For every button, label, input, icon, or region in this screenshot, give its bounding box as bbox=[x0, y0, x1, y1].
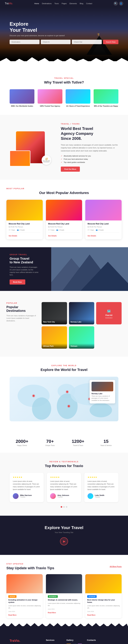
why-label-2: 12+ Hours of Travel Experience bbox=[66, 105, 90, 107]
svg-point-9 bbox=[32, 394, 35, 398]
dest-overlay-0: New York City bbox=[42, 319, 67, 324]
group-book-button[interactable]: Book Now bbox=[10, 280, 25, 284]
about-badge: 🧭 Find Your Best Destinations bbox=[42, 155, 51, 165]
search-icon[interactable]: 🔍 bbox=[114, 2, 118, 6]
review-card-1: ★★★★★ Lorem ipsum dolor sit amet, consec… bbox=[47, 473, 81, 502]
adventure-body-0: Moscow Red City Land $179.00 Per Person … bbox=[7, 220, 43, 239]
compass-icon: 🧭 bbox=[45, 158, 48, 160]
reviews-subtitle: REVIEW & TESTIMONIALS bbox=[10, 461, 118, 462]
reviewer-role-1: Traveler bbox=[57, 496, 69, 498]
destinations-desc: There are many variations of passages of… bbox=[7, 314, 38, 322]
blog-subtitle: STAY UPDATED bbox=[7, 563, 54, 565]
adventure-card-2: Moscow Red City Land $179.00 Per Person … bbox=[85, 200, 121, 239]
about-cta-button[interactable]: Find Out More bbox=[61, 166, 80, 172]
dest-overlay-1: Norway Lake bbox=[69, 319, 94, 324]
checkin-input[interactable] bbox=[41, 40, 71, 44]
dest-card-2[interactable]: African Park bbox=[42, 326, 67, 348]
map-subtitle: EXPLORE THE WORLD bbox=[7, 364, 121, 366]
dest-card-1[interactable]: Norway Lake bbox=[69, 302, 94, 324]
pagination-dot-1[interactable] bbox=[63, 506, 65, 508]
map-info-card: Norway Lake There are many variations of… bbox=[90, 380, 115, 404]
adventure-title-0: Moscow Red City Land bbox=[9, 223, 40, 225]
play-button[interactable]: ▶ bbox=[60, 537, 68, 545]
destination-input[interactable] bbox=[10, 40, 39, 44]
search-button[interactable]: Search Now bbox=[103, 40, 118, 44]
dest-name-3: Vietnam bbox=[71, 345, 93, 347]
find-all-label: Find All bbox=[105, 314, 112, 316]
adventure-title-1: Moscow Red City Land bbox=[48, 223, 80, 225]
group-icon-1: 👥 2 People bbox=[56, 229, 64, 231]
about-desc: There are many variations of passages of… bbox=[61, 144, 118, 152]
nav-link-blog[interactable]: Blog bbox=[80, 2, 83, 4]
adventure-link-2[interactable]: See Details bbox=[88, 235, 96, 237]
checkout-input[interactable] bbox=[72, 40, 102, 44]
map-location-desc: There are many variations of passages of… bbox=[92, 395, 113, 402]
pagination-dot-2[interactable] bbox=[66, 506, 67, 508]
blog-badge-0: DESIGN bbox=[8, 595, 17, 598]
why-section: TRAVEL SPECIAL Why Travel with Tutive? 3… bbox=[0, 69, 128, 115]
reviews-section: REVIEW & TESTIMONIALS Top Reviews for Tr… bbox=[0, 453, 128, 516]
blog-title-group: STAY UPDATED Stay Update with Travio Tip… bbox=[7, 563, 54, 570]
blog-link-2[interactable]: Read More bbox=[85, 614, 121, 618]
about-overlay-img bbox=[10, 150, 30, 166]
group-banner-bg bbox=[51, 247, 128, 291]
about-content: TRAVEL / TOURS World Best Travel Agency … bbox=[61, 123, 118, 172]
footer-grid: TraVio. There are many variations of pas… bbox=[10, 639, 118, 644]
stat-number-2: 1200+ bbox=[66, 439, 90, 444]
why-title: Why Travel with Tutive? bbox=[10, 80, 118, 84]
adventures-grid: Moscow Red City Land $179.00 Per Person … bbox=[7, 200, 121, 239]
blog-img-1 bbox=[46, 574, 82, 593]
nav-link-contact[interactable]: Contact bbox=[86, 2, 92, 4]
check-item-0: ✓ Absolutely tailored services for you bbox=[61, 155, 118, 157]
nav-link-pages[interactable]: Pages bbox=[61, 2, 67, 4]
nav-link-tours[interactable]: Tours bbox=[54, 2, 59, 4]
blog-section: STAY UPDATED Stay Update with Travio Tip… bbox=[0, 555, 128, 626]
world-map-area: Norway Lake There are many variations of… bbox=[10, 377, 118, 421]
nav-link-home[interactable]: Home bbox=[34, 2, 39, 4]
dest-card-0[interactable]: New York City bbox=[42, 302, 67, 324]
reviewer-name-2: Luke Smith bbox=[95, 494, 104, 496]
blog-all-link[interactable]: All Blog Posts bbox=[110, 566, 121, 568]
duration-icon-2: ⏱ 7 Days bbox=[88, 229, 94, 231]
destinations-grid: New York City Norway Lake 🗺️ Find All De… bbox=[42, 302, 121, 348]
footer-logo: TraVio. bbox=[10, 639, 41, 642]
stat-number-0: 2000+ bbox=[10, 439, 34, 444]
dest-overlay-2: African Park bbox=[42, 344, 67, 348]
adventure-title-2: Moscow Red City Land bbox=[88, 223, 119, 225]
destinations-subtitle: POPULAR bbox=[7, 302, 38, 304]
adventure-link-0[interactable]: See Details bbox=[9, 235, 17, 237]
about-checks: ✓ Absolutely tailored services for you ✓… bbox=[61, 155, 118, 164]
why-item-1: 100% Trusted Tour Agency bbox=[38, 89, 62, 107]
stars-0: ★★★★★ bbox=[13, 476, 40, 478]
blog-card-1: BUSINESS Strategic & commercial with iss… bbox=[46, 574, 82, 618]
blog-link-0[interactable]: Read More bbox=[7, 614, 43, 618]
nav-link-elements[interactable]: Elements bbox=[70, 2, 77, 4]
why-item-2: 12+ Hours of Travel Experience bbox=[66, 89, 90, 107]
map-icon: 🗺️ bbox=[107, 309, 111, 313]
nav-link-destinations[interactable]: Destinations bbox=[42, 2, 52, 4]
footer-gallery-title: Gallery bbox=[67, 639, 82, 641]
blog-link-1[interactable]: Read More bbox=[46, 612, 82, 616]
review-card-2: ★★★★★ Lorem ipsum dolor sit amet, consec… bbox=[84, 473, 118, 502]
footer-services-col: Services Travel Guide Hotel Booking Tour… bbox=[46, 639, 61, 644]
destinations-section: POPULAR Popular Destinations There are m… bbox=[0, 291, 128, 356]
adventure-meta-2: ⏱ 7 Days 👥 2 People bbox=[88, 229, 119, 231]
blog-badge-1: BUSINESS bbox=[48, 595, 58, 598]
dest-card-3[interactable]: Vietnam bbox=[69, 326, 94, 348]
about-badge-text: Find Your Best Destinations bbox=[42, 160, 51, 162]
footer-about: TraVio. There are many variations of pas… bbox=[10, 639, 41, 644]
adventure-body-2: Moscow Red City Land $179.00 Per Person … bbox=[85, 220, 121, 239]
blog-card-2: INTERIOR Best interior design idea for y… bbox=[85, 574, 121, 618]
hero-search-bar: Search Now bbox=[10, 40, 118, 44]
check-item-2: ✓ Top rated guides worldwide bbox=[61, 161, 118, 164]
adventure-img-0 bbox=[7, 200, 43, 220]
adventures-title: Our Most Popular Adventures bbox=[7, 191, 121, 195]
user-icon[interactable]: 👤 bbox=[119, 2, 123, 6]
reviewer-1: Amy Johnson Traveler bbox=[50, 493, 78, 499]
pagination-dot-active[interactable] bbox=[61, 506, 62, 508]
adventure-link-1[interactable]: See Details bbox=[48, 235, 57, 237]
map-location-name: Norway Lake bbox=[92, 392, 113, 394]
destinations-layout: POPULAR Popular Destinations There are m… bbox=[7, 302, 121, 348]
stars-2: ★★★★★ bbox=[88, 476, 115, 478]
dest-find-all[interactable]: 🗺️ Find All Destination bbox=[96, 302, 121, 324]
